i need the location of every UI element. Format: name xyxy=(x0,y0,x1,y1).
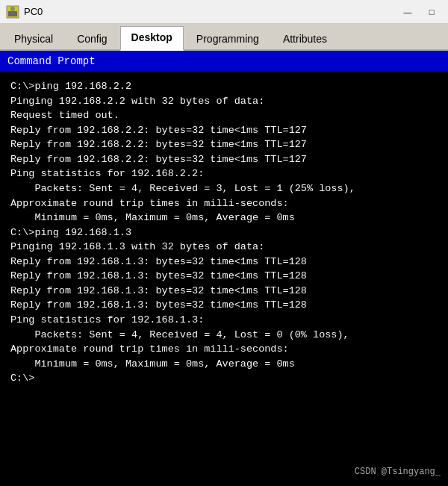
terminal-line: Pinging 192.168.1.3 with 32 bytes of dat… xyxy=(10,240,438,255)
window-controls: — □ xyxy=(397,4,442,20)
terminal-line: C:\>ping 192.168.1.3 xyxy=(10,225,438,240)
terminal-line: Reply from 192.168.1.3: bytes=32 time<1m… xyxy=(10,298,438,313)
svg-rect-1 xyxy=(8,11,17,16)
maximize-button[interactable]: □ xyxy=(421,4,442,20)
tab-config[interactable]: Config xyxy=(66,28,118,49)
terminal-line: Request timed out. xyxy=(10,108,438,123)
minimize-button[interactable]: — xyxy=(397,4,418,20)
cmd-header: Command Prompt xyxy=(0,51,448,72)
terminal-line: Reply from 192.168.1.3: bytes=32 time<1m… xyxy=(10,284,438,299)
cmd-header-label: Command Prompt xyxy=(7,55,96,67)
tab-desktop[interactable]: Desktop xyxy=(120,26,184,51)
tab-bar: Physical Config Desktop Programming Attr… xyxy=(0,24,448,51)
window-title: PC0 xyxy=(24,6,397,17)
terminal-line: Pinging 192.168.2.2 with 32 bytes of dat… xyxy=(10,94,438,109)
terminal-area[interactable]: C:\>ping 192.168.2.2Pinging 192.168.2.2 … xyxy=(0,72,448,486)
terminal-line: Packets: Sent = 4, Received = 4, Lost = … xyxy=(10,328,438,343)
svg-point-2 xyxy=(10,7,15,11)
terminal-line: Minimum = 0ms, Maximum = 0ms, Average = … xyxy=(10,357,438,372)
terminal-line: Packets: Sent = 4, Received = 3, Lost = … xyxy=(10,181,438,196)
terminal-line: C:\> xyxy=(10,371,438,386)
tab-attributes[interactable]: Attributes xyxy=(272,28,338,49)
tab-physical[interactable]: Physical xyxy=(3,28,64,49)
terminal-line: Reply from 192.168.1.3: bytes=32 time<1m… xyxy=(10,255,438,270)
app-icon xyxy=(6,5,19,19)
terminal-line: C:\>ping 192.168.2.2 xyxy=(10,79,438,94)
terminal-line: Reply from 192.168.2.2: bytes=32 time<1m… xyxy=(10,137,438,152)
terminal-line: Approximate round trip times in milli-se… xyxy=(10,196,438,211)
terminal-line: Ping statistics for 192.168.1.3: xyxy=(10,313,438,328)
terminal-line: Minimum = 0ms, Maximum = 0ms, Average = … xyxy=(10,211,438,225)
terminal-line: Reply from 192.168.1.3: bytes=32 time<1m… xyxy=(10,269,438,284)
terminal-line: Approximate round trip times in milli-se… xyxy=(10,342,438,357)
watermark: CSDN @Tsingyang_ xyxy=(355,466,441,479)
terminal-line: Ping statistics for 192.168.2.2: xyxy=(10,166,438,181)
terminal-line: Reply from 192.168.2.2: bytes=32 time<1m… xyxy=(10,152,438,167)
terminal-line: Reply from 192.168.2.2: bytes=32 time<1m… xyxy=(10,123,438,138)
title-bar: PC0 — □ xyxy=(0,0,448,24)
tab-programming[interactable]: Programming xyxy=(185,28,270,49)
